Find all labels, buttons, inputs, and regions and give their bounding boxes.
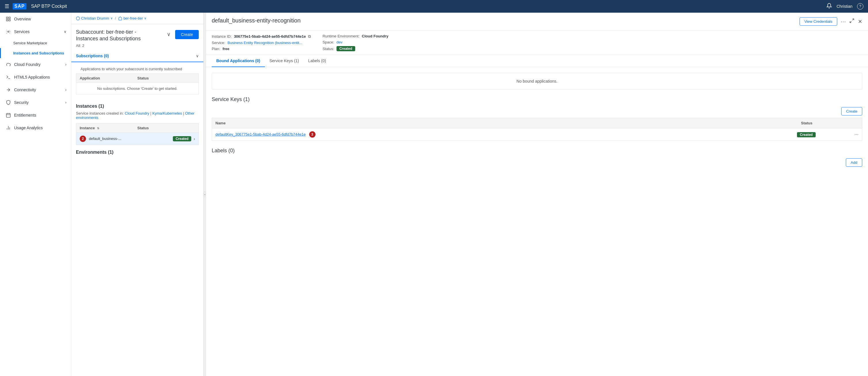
expand-icon[interactable] — [849, 18, 855, 25]
sidebar-item-usage-analytics[interactable]: Usage Analytics — [0, 121, 71, 134]
service-keys-title: Service Keys (1) — [212, 96, 862, 103]
main-content: Christian Drumm ∨ / ber-free-tier ∨ Suba… — [71, 13, 868, 376]
sidebar: Overview Services ∨ Service Marketplace … — [0, 13, 71, 376]
service-key-name: defaultKey_306775e1-5bab-4d24-ae55-6dfd7… — [215, 131, 797, 138]
top-navigation: ☰ SAP SAP BTP Cockpit Christian ? — [0, 0, 868, 13]
copy-icon[interactable]: ⧉ — [308, 34, 311, 39]
add-label-button[interactable]: Add — [846, 158, 862, 167]
sidebar-item-instances-subscriptions[interactable]: Instances and Subscriptions — [0, 48, 71, 58]
svg-line-15 — [850, 21, 851, 23]
service-key-step-badge: 3 — [309, 131, 315, 138]
instance-id-label: Instance ID: — [212, 34, 231, 38]
tab-bound-applications[interactable]: Bound Applications (0) — [212, 55, 265, 67]
list-header-count: All: 2 — [76, 44, 141, 48]
list-header-title: Subaccount: ber-free-tier - Instances an… — [76, 29, 141, 42]
service-key-more-options-icon[interactable]: ⋯ — [855, 132, 859, 137]
service-key-status-col-header: Status — [801, 121, 859, 125]
sidebar-item-service-marketplace[interactable]: Service Marketplace — [0, 38, 71, 48]
sidebar-item-html5[interactable]: HTML5 Applications — [0, 71, 71, 84]
plan-row: Plan: free — [212, 47, 311, 51]
service-key-status: Created — [797, 132, 855, 137]
plan-label: Plan: — [212, 47, 220, 51]
svg-rect-3 — [6, 20, 8, 21]
service-key-status-badge: Created — [797, 132, 816, 137]
service-key-name-link[interactable]: defaultKey_306775e1-5bab-4d24-ae55-6dfd7… — [215, 132, 306, 137]
svg-line-14 — [852, 19, 854, 20]
status-row: Status: Created — [322, 46, 388, 51]
html5-icon — [5, 74, 11, 80]
instances-section: Instances (1) Service instances created … — [71, 99, 203, 145]
breadcrumb-account[interactable]: Christian Drumm ∨ — [76, 16, 113, 21]
service-keys-toolbar: Create — [212, 107, 862, 115]
sidebar-item-overview[interactable]: Overview — [0, 13, 71, 25]
labels-title: Labels (0) — [212, 148, 862, 154]
table-row[interactable]: 2 default_business-... Created › — [76, 133, 199, 145]
usage-analytics-icon — [5, 125, 11, 131]
sidebar-item-connectivity[interactable]: Connectivity › — [0, 84, 71, 96]
list-header-dropdown-icon[interactable]: ∨ — [167, 31, 170, 37]
environments-title: Environments (1) — [76, 145, 199, 157]
app-title: SAP BTP Cockpit — [31, 4, 67, 9]
sap-logo: SAP — [13, 3, 27, 9]
panel-divider[interactable]: › — [204, 13, 206, 376]
sidebar-item-security[interactable]: Security › — [0, 96, 71, 109]
instance-status-badge: Created — [173, 136, 191, 141]
col-application-header: Application — [80, 76, 137, 80]
detail-header-actions: View Credentials ⋯ ✕ — [800, 17, 862, 26]
panel-divider-arrow-icon: › — [204, 192, 206, 197]
subscriptions-collapse-icon[interactable]: ∨ — [196, 54, 199, 58]
notification-icon[interactable] — [826, 3, 832, 10]
instances-description: Service instances created in: Cloud Foun… — [76, 111, 199, 120]
svg-rect-1 — [9, 17, 10, 19]
close-icon[interactable]: ✕ — [858, 19, 862, 25]
breadcrumb-subaccount[interactable]: ber-free-tier ∨ — [118, 16, 146, 21]
detail-panel: default_business-entity-recognition View… — [206, 13, 868, 376]
security-icon — [5, 99, 11, 105]
svg-rect-0 — [6, 17, 8, 19]
subscriptions-section-header[interactable]: Subscriptions (0) ∨ — [71, 50, 203, 62]
overview-icon — [5, 16, 11, 22]
instance-col-header: Instance ⇅ — [80, 126, 137, 130]
help-icon[interactable]: ? — [857, 3, 863, 9]
subscriptions-title: Subscriptions (0) — [76, 54, 109, 58]
svg-point-13 — [76, 17, 80, 20]
nav-right: Christian ? — [826, 3, 863, 10]
nav-left: ☰ SAP SAP BTP Cockpit — [5, 3, 67, 9]
service-keys-section: Service Keys (1) Create Name Status defa… — [212, 96, 862, 141]
instance-id-row: Instance ID: 306775e1-5bab-4d24-ae55-6df… — [212, 34, 311, 39]
sidebar-item-cloud-foundry[interactable]: Cloud Foundry › — [0, 58, 71, 71]
detail-metadata: Instance ID: 306775e1-5bab-4d24-ae55-6df… — [206, 30, 868, 55]
sidebar-item-entitlements[interactable]: Entitlements — [0, 109, 71, 121]
create-button[interactable]: Create — [175, 30, 199, 39]
cloud-foundry-chevron-icon: › — [65, 62, 66, 66]
entitlements-icon — [5, 112, 11, 118]
security-chevron-icon: › — [65, 100, 66, 105]
svg-point-4 — [8, 31, 9, 32]
tab-service-keys[interactable]: Service Keys (1) — [265, 55, 304, 67]
services-chevron-icon: ∨ — [64, 30, 66, 34]
col-status-header: Status — [137, 76, 195, 80]
kyma-link[interactable]: Kyma/Kubernetes — [152, 111, 182, 115]
breadcrumb-separator: / — [115, 16, 116, 21]
service-row: Service: Business Entity Recognition (bu… — [212, 40, 311, 45]
user-menu[interactable]: Christian — [837, 4, 852, 9]
more-options-icon[interactable]: ⋯ — [841, 19, 846, 25]
sidebar-connectivity-label: Connectivity — [14, 88, 62, 92]
cloud-foundry-link[interactable]: Cloud Foundry — [125, 111, 149, 115]
labels-section: Labels (0) Add — [212, 148, 862, 167]
service-value[interactable]: Business Entity Recognition (business-en… — [227, 40, 302, 45]
detail-header: default_business-entity-recognition View… — [206, 13, 868, 30]
sidebar-usage-analytics-label: Usage Analytics — [14, 125, 66, 130]
create-service-key-button[interactable]: Create — [841, 107, 862, 115]
sort-icon: ⇅ — [97, 127, 99, 130]
space-value[interactable]: dev — [337, 40, 343, 44]
view-credentials-button[interactable]: View Credentials — [800, 17, 837, 26]
instances-table-header: Instance ⇅ Status — [76, 123, 199, 133]
connectivity-chevron-icon: › — [65, 88, 66, 92]
sidebar-item-services[interactable]: Services ∨ — [0, 25, 71, 38]
instances-title: Instances (1) — [76, 99, 199, 111]
hamburger-menu[interactable]: ☰ — [5, 3, 9, 9]
tab-labels[interactable]: Labels (0) — [303, 55, 331, 67]
cloud-foundry-icon — [5, 62, 11, 67]
sidebar-services-label: Services — [14, 29, 61, 34]
